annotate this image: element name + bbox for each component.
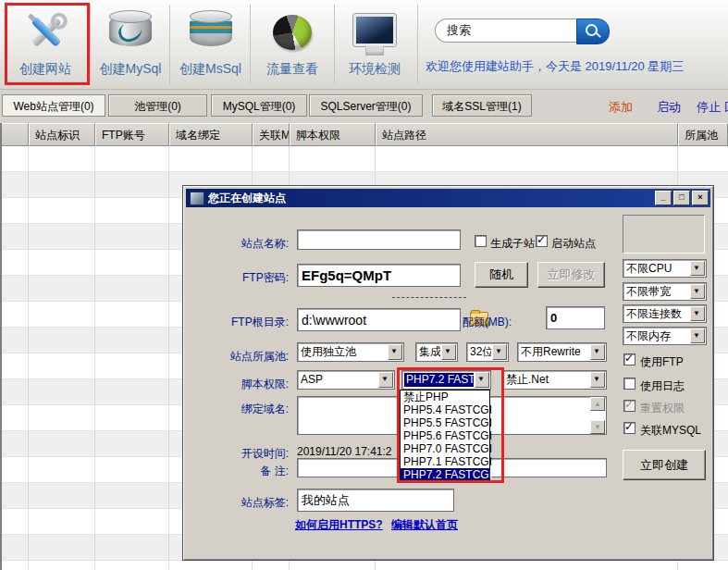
php-dropdown-option-selected[interactable]: PHP7.2 FASTCGI <box>401 468 489 481</box>
traffic-view-button[interactable]: 流量查看 <box>252 2 333 85</box>
textarea-scrollbar[interactable]: ▲ ▼ <box>590 397 606 434</box>
php-dropdown-option[interactable]: PHP7.0 FASTCGI <box>401 442 489 455</box>
use-ftp-label: 使用FTP <box>640 354 684 370</box>
pool-label: 站点所属池: <box>200 349 289 365</box>
edit-default-home-link[interactable]: 编辑默认首页 <box>391 517 458 533</box>
create-mysql-button[interactable]: 创建MySql <box>92 2 169 85</box>
chevron-down-icon[interactable] <box>690 328 705 343</box>
env-check-button[interactable]: 环境检测 <box>335 2 414 85</box>
create-mssql-button[interactable]: 创建MsSql <box>171 2 250 85</box>
php-dropdown-option[interactable]: 禁止PHP <box>401 390 489 403</box>
chevron-down-icon[interactable] <box>441 344 456 360</box>
monitor-icon <box>351 9 399 54</box>
chevron-down-icon[interactable] <box>690 306 705 321</box>
tab-mysql-manage[interactable]: MySQL管理(0) <box>211 94 307 117</box>
use-ftp-checkbox[interactable] <box>623 353 635 366</box>
chevron-down-icon[interactable] <box>690 284 705 299</box>
chevron-down-icon[interactable] <box>690 261 705 276</box>
tools-icon <box>21 9 69 54</box>
tab-domain-ssl-manage[interactable]: 域名SSL管理(1) <box>432 94 532 117</box>
mode-combobox[interactable]: 集成 <box>415 342 458 362</box>
grid-left-edge <box>0 123 2 570</box>
tab-web-site-manage[interactable]: Web站点管理(0) <box>2 94 105 117</box>
php-dropdown-option[interactable]: PHP5.6 FASTCGI <box>401 429 489 442</box>
mssql-database-icon <box>187 9 235 54</box>
table-header[interactable]: 站点路径 <box>376 123 678 146</box>
link-mysql-checkbox[interactable] <box>623 422 635 434</box>
search-icon <box>586 24 598 36</box>
chevron-down-icon[interactable] <box>378 372 393 388</box>
reset-permission-checkbox <box>623 400 635 412</box>
table-header[interactable]: 站点标识 <box>29 123 95 146</box>
modify-now-button[interactable]: 立即修改 <box>537 262 605 288</box>
pool-combobox[interactable]: 使用独立池 <box>297 342 404 362</box>
close-button[interactable]: × <box>692 191 709 205</box>
quota-input[interactable] <box>546 306 605 329</box>
minimize-button[interactable]: _ <box>655 191 672 205</box>
app-window: 创建网站 创建MySql 创建MsSql 流量查看 环境检测 欢迎您使用建站助手… <box>0 0 728 570</box>
table-header[interactable]: 关联My... <box>253 123 290 146</box>
start-site-checkbox[interactable] <box>536 235 548 247</box>
chevron-down-icon[interactable] <box>492 344 507 360</box>
maximize-button[interactable]: □ <box>673 191 690 205</box>
use-log-checkbox[interactable] <box>623 378 635 390</box>
scroll-down-icon[interactable]: ▼ <box>590 420 605 434</box>
cpu-limit-combobox[interactable]: 不限CPU <box>623 259 707 278</box>
tab-sqlserver-manage[interactable]: SQLServer管理(0) <box>309 94 423 117</box>
toolbar-button-label: 创建MySql <box>92 61 169 78</box>
toolbar-button-label: 创建网站 <box>2 61 89 78</box>
connections-limit-combobox[interactable]: 不限连接数 <box>623 304 707 323</box>
add-link[interactable]: 添加 <box>609 99 633 116</box>
toolbar-button-label: 流量查看 <box>252 61 333 78</box>
toolbar-divider <box>169 5 170 84</box>
php-dropdown-option[interactable]: PHP7.1 FASTCGI <box>401 455 489 468</box>
create-now-button[interactable]: 立即创建 <box>623 450 706 480</box>
create-website-button[interactable]: 创建网站 <box>2 2 89 85</box>
bits-combobox[interactable]: 32位 <box>466 342 509 362</box>
chevron-down-icon[interactable] <box>590 372 605 388</box>
toolbar-button-label: 环境检测 <box>335 61 414 78</box>
stop-link[interactable]: 停止 <box>697 99 721 116</box>
asp-combobox[interactable]: ASP <box>297 370 395 390</box>
table-header[interactable]: 域名绑定 <box>169 123 253 146</box>
memory-limit-combobox[interactable]: 不限内存 <box>623 327 707 345</box>
site-name-label: 站点名称: <box>200 236 289 252</box>
search-button[interactable] <box>576 19 610 44</box>
table-header[interactable]: 所属池 <box>678 123 728 146</box>
gen-subsite-checkbox[interactable] <box>475 235 487 247</box>
php-dropdown-option[interactable]: PHP5.4 FASTCGI <box>401 403 489 416</box>
chevron-down-icon[interactable] <box>475 372 489 388</box>
enable-https-link[interactable]: 如何启用HTTPS? <box>295 517 383 533</box>
pie-chart-icon <box>268 9 316 54</box>
focus-dashes-artifact <box>392 297 466 298</box>
site-tag-input[interactable] <box>297 489 454 512</box>
ftp-root-input[interactable] <box>297 308 461 331</box>
table-header[interactable]: 脚本权限 <box>290 123 376 146</box>
chevron-down-icon[interactable] <box>590 344 605 360</box>
bandwidth-limit-combobox[interactable]: 不限带宽 <box>623 282 707 301</box>
create-site-dialog: 您正在创建站点 _ □ × 站点名称: 生成子站 启动站点 FTP密码: 随机 … <box>182 185 714 561</box>
php-combobox[interactable]: PHP7.2 FASTCGI <box>401 370 491 390</box>
toolbar-divider <box>417 5 418 84</box>
chevron-down-icon[interactable] <box>388 344 402 360</box>
toolbar-button-label: 创建MsSql <box>171 61 250 78</box>
php-dropdown-option[interactable]: PHP5.5 FASTCGI <box>401 416 489 429</box>
rewrite-combobox[interactable]: 不用Rewrite <box>517 342 607 362</box>
mysql-database-icon <box>106 9 154 54</box>
dialog-titlebar[interactable]: 您正在创建站点 _ □ × <box>186 189 710 207</box>
site-name-input[interactable] <box>297 229 461 250</box>
net-combobox[interactable]: 禁止.Net <box>502 370 607 390</box>
ftp-password-label: FTP密码: <box>200 270 289 286</box>
search-input[interactable] <box>435 19 576 43</box>
table-header[interactable]: FTP账号 <box>95 123 169 146</box>
start-link[interactable]: 启动 <box>657 99 681 116</box>
scroll-up-icon[interactable]: ▲ <box>590 397 605 411</box>
ftp-password-input[interactable] <box>297 264 461 287</box>
create-time-value: 2019/11/20 17:41:2 <box>297 445 392 458</box>
reset-permission-label: 重置权限 <box>640 401 685 416</box>
recycle-link-clipped[interactable]: 回收 <box>724 99 728 114</box>
tab-pool-manage[interactable]: 池管理(0) <box>108 94 207 117</box>
random-password-button[interactable]: 随机 <box>475 262 528 288</box>
script-permission-label: 脚本权限: <box>200 377 289 392</box>
dialog-title: 您正在创建站点 <box>208 191 653 206</box>
